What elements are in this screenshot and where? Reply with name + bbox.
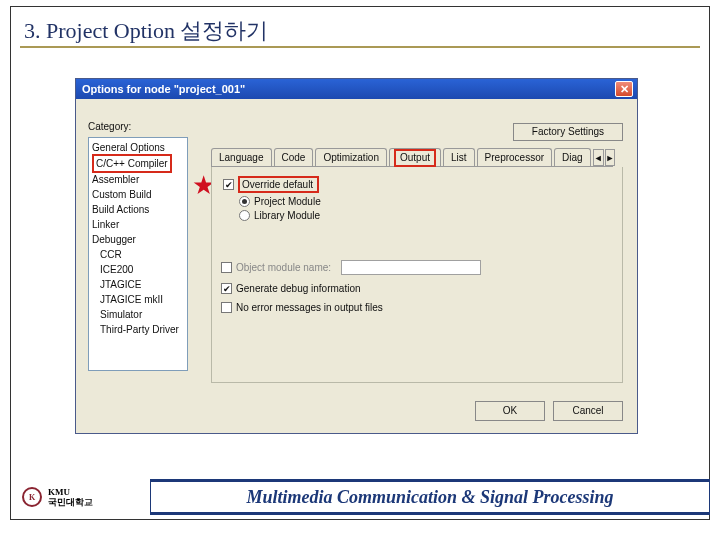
cat-assembler[interactable]: Assembler <box>92 172 184 187</box>
highlight-compiler: C/C++ Compiler <box>92 154 172 173</box>
cat-ccr[interactable]: CCR <box>92 247 184 262</box>
dialog-body: Category: General Options C/C++ Compiler… <box>76 99 637 433</box>
options-group: Object module name: ✔ Generate debug inf… <box>221 257 610 313</box>
highlight-output: Output <box>394 149 436 167</box>
gendebug-label: Generate debug information <box>236 283 361 294</box>
cat-custombuild[interactable]: Custom Build <box>92 187 184 202</box>
highlight-override: Override default <box>238 176 319 193</box>
ok-button[interactable]: OK <box>475 401 545 421</box>
logo-text: KMU 국민대학교 <box>48 487 93 507</box>
factory-settings-button[interactable]: Factory Settings <box>513 123 623 141</box>
radio-library-label: Library Module <box>254 210 320 221</box>
tab-list[interactable]: List <box>443 148 475 166</box>
logo-bottom: 국민대학교 <box>48 497 93 507</box>
cat-jtagice2[interactable]: JTAGICE mkII <box>92 292 184 307</box>
dialog-titlebar[interactable]: Options for node "project_001" ✕ <box>76 79 637 99</box>
university-logo: K KMU 국민대학교 <box>10 479 150 515</box>
radio-project-label: Project Module <box>254 196 321 207</box>
tab-optimization[interactable]: Optimization <box>315 148 387 166</box>
category-listbox[interactable]: General Options C/C++ Compiler Assembler… <box>88 137 188 371</box>
cat-simulator[interactable]: Simulator <box>92 307 184 322</box>
tab-preprocessor[interactable]: Preprocessor <box>477 148 552 166</box>
tab-strip: Language Code Optimization Output List P… <box>211 147 613 167</box>
cat-jtagice[interactable]: JTAGICE <box>92 277 184 292</box>
gendebug-checkbox[interactable]: ✔ <box>221 283 232 294</box>
close-icon[interactable]: ✕ <box>615 81 633 97</box>
options-dialog: Options for node "project_001" ✕ Categor… <box>75 78 638 434</box>
cat-linker[interactable]: Linker <box>92 217 184 232</box>
cat-compiler[interactable]: C/C++ Compiler <box>92 155 184 172</box>
slide-footer: K KMU 국민대학교 Multimedia Communication & S… <box>10 478 710 516</box>
radio-project-module[interactable] <box>239 196 250 207</box>
tab-output[interactable]: Output <box>389 148 441 166</box>
objmodule-checkbox[interactable] <box>221 262 232 273</box>
slide-header: 3. Project Option 설정하기 <box>20 10 700 48</box>
cat-debugger[interactable]: Debugger <box>92 232 184 247</box>
noerror-label: No error messages in output files <box>236 302 383 313</box>
footer-bar: Multimedia Communication & Signal Proces… <box>150 479 710 515</box>
outputfile-group: ✔ Override default Project Module Librar… <box>221 173 441 233</box>
logo-icon: K <box>22 487 42 507</box>
logo-top: KMU <box>48 487 93 497</box>
tab-code[interactable]: Code <box>274 148 314 166</box>
objmodule-input[interactable] <box>341 260 481 275</box>
dialog-buttons: OK Cancel <box>475 401 623 421</box>
override-checkbox[interactable]: ✔ <box>223 179 234 190</box>
tab-scroll-right-icon[interactable]: ► <box>605 149 616 166</box>
tab-scroll-left-icon[interactable]: ◄ <box>593 149 604 166</box>
cat-buildactions[interactable]: Build Actions <box>92 202 184 217</box>
cancel-button[interactable]: Cancel <box>553 401 623 421</box>
dialog-title: Options for node "project_001" <box>82 83 245 95</box>
noerror-checkbox[interactable] <box>221 302 232 313</box>
cat-general[interactable]: General Options <box>92 140 184 155</box>
tab-diag[interactable]: Diag <box>554 148 591 166</box>
cat-ice200[interactable]: ICE200 <box>92 262 184 277</box>
tab-language[interactable]: Language <box>211 148 272 166</box>
radio-library-module[interactable] <box>239 210 250 221</box>
page-title: 3. Project Option 설정하기 <box>24 18 268 43</box>
cat-thirdparty[interactable]: Third-Party Driver <box>92 322 184 337</box>
output-panel: ✔ Override default Project Module Librar… <box>211 167 623 383</box>
objmodule-label: Object module name: <box>236 262 331 273</box>
category-label: Category: <box>88 121 131 132</box>
